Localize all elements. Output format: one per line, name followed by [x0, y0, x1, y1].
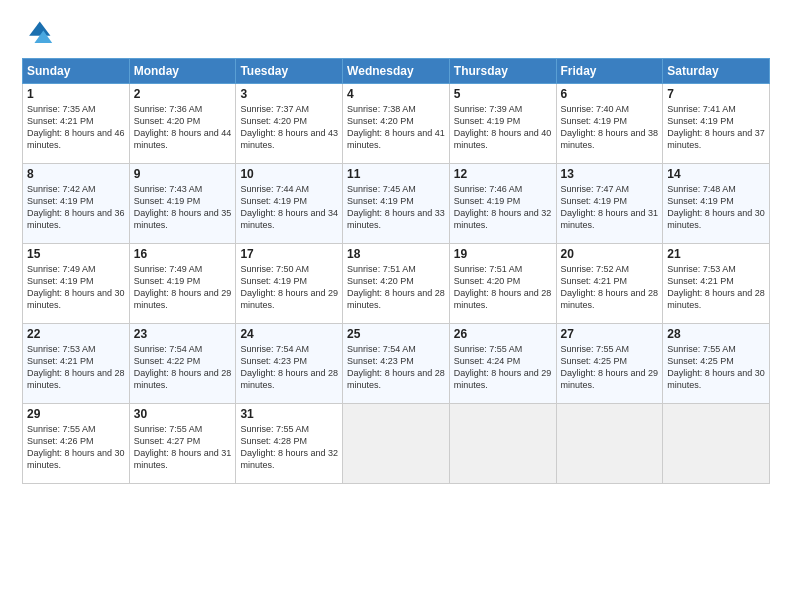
day-number: 2 — [134, 87, 232, 101]
calendar-cell: 4Sunrise: 7:38 AMSunset: 4:20 PMDaylight… — [343, 84, 450, 164]
cell-info: Sunrise: 7:48 AMSunset: 4:19 PMDaylight:… — [667, 183, 765, 232]
calendar-cell: 17Sunrise: 7:50 AMSunset: 4:19 PMDayligh… — [236, 244, 343, 324]
logo-icon — [22, 18, 54, 50]
calendar-week-1: 1Sunrise: 7:35 AMSunset: 4:21 PMDaylight… — [23, 84, 770, 164]
day-number: 9 — [134, 167, 232, 181]
cell-info: Sunrise: 7:49 AMSunset: 4:19 PMDaylight:… — [134, 263, 232, 312]
calendar-cell: 24Sunrise: 7:54 AMSunset: 4:23 PMDayligh… — [236, 324, 343, 404]
day-number: 22 — [27, 327, 125, 341]
calendar-cell: 7Sunrise: 7:41 AMSunset: 4:19 PMDaylight… — [663, 84, 770, 164]
cell-info: Sunrise: 7:40 AMSunset: 4:19 PMDaylight:… — [561, 103, 659, 152]
day-number: 18 — [347, 247, 445, 261]
day-number: 20 — [561, 247, 659, 261]
calendar-cell: 1Sunrise: 7:35 AMSunset: 4:21 PMDaylight… — [23, 84, 130, 164]
day-number: 1 — [27, 87, 125, 101]
cell-info: Sunrise: 7:55 AMSunset: 4:28 PMDaylight:… — [240, 423, 338, 472]
cell-info: Sunrise: 7:42 AMSunset: 4:19 PMDaylight:… — [27, 183, 125, 232]
cell-info: Sunrise: 7:55 AMSunset: 4:27 PMDaylight:… — [134, 423, 232, 472]
calendar-cell: 5Sunrise: 7:39 AMSunset: 4:19 PMDaylight… — [449, 84, 556, 164]
header — [22, 18, 770, 50]
day-number: 30 — [134, 407, 232, 421]
cell-info: Sunrise: 7:39 AMSunset: 4:19 PMDaylight:… — [454, 103, 552, 152]
cell-info: Sunrise: 7:46 AMSunset: 4:19 PMDaylight:… — [454, 183, 552, 232]
day-number: 8 — [27, 167, 125, 181]
day-number: 14 — [667, 167, 765, 181]
svg-marker-0 — [29, 22, 50, 36]
calendar-cell: 16Sunrise: 7:49 AMSunset: 4:19 PMDayligh… — [129, 244, 236, 324]
day-number: 24 — [240, 327, 338, 341]
calendar-cell: 15Sunrise: 7:49 AMSunset: 4:19 PMDayligh… — [23, 244, 130, 324]
calendar-cell: 21Sunrise: 7:53 AMSunset: 4:21 PMDayligh… — [663, 244, 770, 324]
calendar-cell: 28Sunrise: 7:55 AMSunset: 4:25 PMDayligh… — [663, 324, 770, 404]
day-number: 3 — [240, 87, 338, 101]
cell-info: Sunrise: 7:35 AMSunset: 4:21 PMDaylight:… — [27, 103, 125, 152]
calendar-week-2: 8Sunrise: 7:42 AMSunset: 4:19 PMDaylight… — [23, 164, 770, 244]
calendar-cell: 19Sunrise: 7:51 AMSunset: 4:20 PMDayligh… — [449, 244, 556, 324]
col-header-saturday: Saturday — [663, 59, 770, 84]
calendar-week-3: 15Sunrise: 7:49 AMSunset: 4:19 PMDayligh… — [23, 244, 770, 324]
calendar-cell — [343, 404, 450, 484]
cell-info: Sunrise: 7:52 AMSunset: 4:21 PMDaylight:… — [561, 263, 659, 312]
cell-info: Sunrise: 7:53 AMSunset: 4:21 PMDaylight:… — [667, 263, 765, 312]
day-number: 26 — [454, 327, 552, 341]
cell-info: Sunrise: 7:51 AMSunset: 4:20 PMDaylight:… — [454, 263, 552, 312]
page: SundayMondayTuesdayWednesdayThursdayFrid… — [0, 0, 792, 612]
cell-info: Sunrise: 7:37 AMSunset: 4:20 PMDaylight:… — [240, 103, 338, 152]
cell-info: Sunrise: 7:54 AMSunset: 4:22 PMDaylight:… — [134, 343, 232, 392]
calendar-cell: 13Sunrise: 7:47 AMSunset: 4:19 PMDayligh… — [556, 164, 663, 244]
day-number: 11 — [347, 167, 445, 181]
calendar-header-row: SundayMondayTuesdayWednesdayThursdayFrid… — [23, 59, 770, 84]
col-header-wednesday: Wednesday — [343, 59, 450, 84]
calendar-week-4: 22Sunrise: 7:53 AMSunset: 4:21 PMDayligh… — [23, 324, 770, 404]
day-number: 10 — [240, 167, 338, 181]
calendar-cell: 14Sunrise: 7:48 AMSunset: 4:19 PMDayligh… — [663, 164, 770, 244]
cell-info: Sunrise: 7:55 AMSunset: 4:24 PMDaylight:… — [454, 343, 552, 392]
calendar-cell: 2Sunrise: 7:36 AMSunset: 4:20 PMDaylight… — [129, 84, 236, 164]
calendar-cell — [663, 404, 770, 484]
day-number: 13 — [561, 167, 659, 181]
calendar-cell: 31Sunrise: 7:55 AMSunset: 4:28 PMDayligh… — [236, 404, 343, 484]
calendar-cell: 12Sunrise: 7:46 AMSunset: 4:19 PMDayligh… — [449, 164, 556, 244]
calendar-cell: 3Sunrise: 7:37 AMSunset: 4:20 PMDaylight… — [236, 84, 343, 164]
day-number: 6 — [561, 87, 659, 101]
calendar-cell: 22Sunrise: 7:53 AMSunset: 4:21 PMDayligh… — [23, 324, 130, 404]
calendar-cell: 9Sunrise: 7:43 AMSunset: 4:19 PMDaylight… — [129, 164, 236, 244]
day-number: 17 — [240, 247, 338, 261]
calendar: SundayMondayTuesdayWednesdayThursdayFrid… — [22, 58, 770, 484]
day-number: 19 — [454, 247, 552, 261]
day-number: 21 — [667, 247, 765, 261]
day-number: 5 — [454, 87, 552, 101]
day-number: 27 — [561, 327, 659, 341]
cell-info: Sunrise: 7:41 AMSunset: 4:19 PMDaylight:… — [667, 103, 765, 152]
calendar-cell: 8Sunrise: 7:42 AMSunset: 4:19 PMDaylight… — [23, 164, 130, 244]
cell-info: Sunrise: 7:55 AMSunset: 4:25 PMDaylight:… — [667, 343, 765, 392]
day-number: 25 — [347, 327, 445, 341]
cell-info: Sunrise: 7:54 AMSunset: 4:23 PMDaylight:… — [240, 343, 338, 392]
calendar-cell: 23Sunrise: 7:54 AMSunset: 4:22 PMDayligh… — [129, 324, 236, 404]
calendar-cell: 20Sunrise: 7:52 AMSunset: 4:21 PMDayligh… — [556, 244, 663, 324]
calendar-cell: 25Sunrise: 7:54 AMSunset: 4:23 PMDayligh… — [343, 324, 450, 404]
day-number: 4 — [347, 87, 445, 101]
day-number: 12 — [454, 167, 552, 181]
cell-info: Sunrise: 7:51 AMSunset: 4:20 PMDaylight:… — [347, 263, 445, 312]
calendar-cell — [449, 404, 556, 484]
day-number: 16 — [134, 247, 232, 261]
calendar-cell: 30Sunrise: 7:55 AMSunset: 4:27 PMDayligh… — [129, 404, 236, 484]
logo — [22, 18, 58, 50]
cell-info: Sunrise: 7:54 AMSunset: 4:23 PMDaylight:… — [347, 343, 445, 392]
calendar-cell: 10Sunrise: 7:44 AMSunset: 4:19 PMDayligh… — [236, 164, 343, 244]
col-header-tuesday: Tuesday — [236, 59, 343, 84]
calendar-cell: 29Sunrise: 7:55 AMSunset: 4:26 PMDayligh… — [23, 404, 130, 484]
day-number: 15 — [27, 247, 125, 261]
cell-info: Sunrise: 7:49 AMSunset: 4:19 PMDaylight:… — [27, 263, 125, 312]
day-number: 7 — [667, 87, 765, 101]
cell-info: Sunrise: 7:55 AMSunset: 4:26 PMDaylight:… — [27, 423, 125, 472]
cell-info: Sunrise: 7:53 AMSunset: 4:21 PMDaylight:… — [27, 343, 125, 392]
col-header-friday: Friday — [556, 59, 663, 84]
col-header-monday: Monday — [129, 59, 236, 84]
calendar-cell — [556, 404, 663, 484]
day-number: 23 — [134, 327, 232, 341]
cell-info: Sunrise: 7:47 AMSunset: 4:19 PMDaylight:… — [561, 183, 659, 232]
col-header-sunday: Sunday — [23, 59, 130, 84]
cell-info: Sunrise: 7:50 AMSunset: 4:19 PMDaylight:… — [240, 263, 338, 312]
